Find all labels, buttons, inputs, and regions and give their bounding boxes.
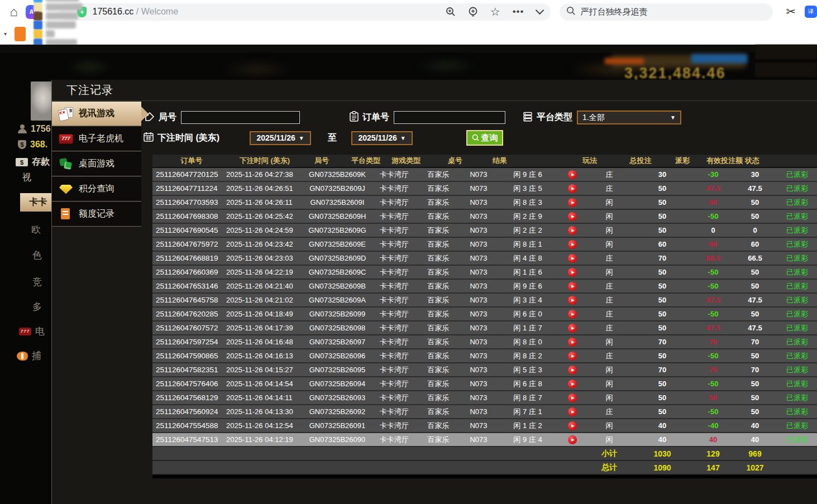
play-replay-button[interactable]: ▶ — [568, 380, 577, 388]
cell-table-no: N073 — [460, 170, 498, 179]
home-icon[interactable]: ⌂ — [7, 4, 21, 20]
table-row[interactable]: 251126047675972 2025-11-26 04:23:42 GN07… — [152, 238, 817, 252]
table-row[interactable]: 251126047560924 2025-11-26 04:13:30 GN07… — [152, 405, 817, 419]
play-replay-button[interactable]: ▶ — [568, 366, 577, 375]
nav-item[interactable]: 竞 — [32, 276, 42, 289]
query-button[interactable]: 查询 — [466, 130, 503, 146]
cell-platform: 卡卡湾厅 — [371, 212, 417, 222]
cell-round-id: GN07325B26096 — [303, 352, 371, 360]
order-id-input[interactable] — [394, 111, 505, 124]
cell-result: 闲 4 庄 8 — [498, 253, 558, 263]
cell-platform: 卡卡湾厅 — [371, 309, 417, 319]
nav-active-hall[interactable]: 卡卡 — [20, 193, 51, 212]
date-from-select[interactable]: 2025/11/26 ▼ — [250, 131, 311, 145]
table-row[interactable]: 251126047668819 2025-11-26 04:23:03 GN07… — [152, 252, 817, 266]
table-row[interactable]: 251126047582351 2025-11-26 04:15:27 GN07… — [152, 363, 817, 377]
nav-item[interactable]: 欧 — [31, 223, 41, 236]
menu-item[interactable]: 额度记录 — [52, 201, 141, 227]
play-replay-button[interactable]: ▶ — [568, 240, 577, 249]
date-to-select[interactable]: 2025/11/26 ▼ — [351, 131, 413, 145]
play-replay-button[interactable]: ▶ — [568, 352, 577, 361]
menu-item[interactable]: 视讯游戏 — [52, 101, 141, 126]
table-row[interactable]: 251126047711224 2025-11-26 04:26:51 GN07… — [152, 182, 817, 196]
table-row[interactable]: 251126047590865 2025-11-26 04:16:13 GN07… — [152, 349, 817, 363]
cell-status: 已派彩 — [777, 365, 817, 375]
nav-item-slots[interactable]: 777 电 — [19, 325, 45, 338]
cell-table-no: N073 — [460, 338, 498, 346]
table-row[interactable]: 251126047607572 2025-11-26 04:17:39 GN07… — [152, 321, 817, 335]
cell-platform: 卡卡湾厅 — [371, 225, 417, 236]
play-replay-button[interactable]: ▶ — [568, 226, 577, 235]
cell-order-id: 251126047668819 — [152, 254, 225, 262]
bookmark-favicon — [34, 3, 42, 12]
play-replay-button[interactable]: ▶ — [568, 282, 577, 291]
table-row[interactable]: 251126047720125 2025-11-26 04:27:38 GN07… — [152, 168, 817, 182]
menu-item[interactable]: 桌面游戏 — [52, 151, 141, 176]
translate-extension-icon[interactable]: 译 — [805, 6, 817, 18]
bookmark-star-icon[interactable]: ☆ — [490, 5, 500, 18]
table-row[interactable]: 251126047698308 2025-11-26 04:25:42 GN07… — [152, 210, 817, 224]
table-row[interactable]: 251126047597254 2025-11-26 04:16:48 GN07… — [152, 335, 817, 349]
table-row[interactable]: 251126047660369 2025-11-26 04:22:19 GN07… — [152, 266, 817, 280]
table-row[interactable]: 251126047690545 2025-11-26 04:24:59 GN07… — [152, 224, 817, 238]
play-replay-button[interactable]: ▶ — [568, 184, 577, 193]
play-replay-button[interactable]: ▶ — [568, 212, 577, 221]
table-row[interactable]: 251126047703593 2025-11-26 04:26:11 GN07… — [152, 196, 817, 210]
table-row[interactable]: 251126047568129 2025-11-26 04:14:11 GN07… — [152, 391, 817, 405]
bookmarks-caret-icon[interactable]: ▾ — [4, 31, 7, 37]
chevron-down-icon[interactable] — [535, 6, 544, 15]
subtotal-total-bet: 1030 — [632, 449, 693, 458]
cell-order-id: 251126047582351 — [152, 366, 225, 374]
cell-payout: -50 — [693, 380, 733, 388]
cell-game-type: 百家乐 — [417, 267, 460, 277]
table-row[interactable]: 251126047653146 2025-11-26 04:21:40 GN07… — [152, 280, 817, 294]
play-replay-button[interactable]: ▶ — [568, 338, 577, 347]
bookmark-favicon[interactable] — [15, 27, 26, 41]
play-replay-button[interactable]: ▶ — [568, 268, 577, 277]
cell-valid-bet: 47.5 — [733, 296, 777, 304]
deposit-row[interactable]: $ 存款 — [16, 156, 50, 168]
nav-item[interactable]: 多 — [32, 300, 42, 313]
play-replay-button[interactable]: ▶ — [568, 310, 577, 319]
table-row[interactable]: 251126047576406 2025-11-26 04:14:54 GN07… — [152, 377, 817, 391]
table-row[interactable]: 251126047645758 2025-11-26 04:21:02 GN07… — [152, 294, 817, 308]
zoom-in-icon[interactable] — [446, 7, 456, 17]
scissors-icon[interactable]: ✂ — [786, 5, 796, 18]
play-replay-button[interactable]: ▶ — [568, 170, 577, 179]
play-replay-button[interactable]: ▶ — [568, 198, 577, 207]
nav-video-games[interactable]: 视 — [22, 172, 31, 184]
cell-result: 闲 8 庄 2 — [498, 351, 558, 361]
bookmark-item[interactable] — [34, 30, 83, 39]
play-replay-button[interactable]: ▶ — [568, 324, 577, 333]
play-replay-button[interactable]: ▶ — [568, 393, 577, 402]
page-tools-icon[interactable] — [468, 7, 478, 17]
play-replay-button[interactable]: ▶ — [568, 421, 577, 430]
search-box[interactable]: 严打台独终身追责 — [560, 3, 773, 21]
play-replay-button[interactable]: ▶ — [568, 296, 577, 305]
platform-select[interactable]: 1.全部 ▼ — [577, 111, 681, 124]
address-bar[interactable]: + 175616.cc / Welcome ☆ ••• — [59, 3, 550, 21]
bookmark-item[interactable] — [34, 12, 83, 21]
url-text: 175616.cc / Welcome — [92, 7, 178, 17]
cell-game-type: 百家乐 — [417, 379, 460, 389]
bookmark-label-blurred — [46, 30, 55, 37]
round-id-input[interactable] — [181, 111, 300, 124]
bookmark-item[interactable] — [34, 21, 83, 30]
menu-item[interactable]: 积分查询 — [52, 176, 141, 201]
play-replay-button[interactable]: ▶ — [568, 254, 577, 263]
play-replay-button[interactable]: ▶ — [568, 435, 577, 444]
nav-item-fishing[interactable]: 捕 — [17, 349, 41, 362]
more-options-icon[interactable]: ••• — [513, 6, 524, 17]
table-row[interactable]: 251126047554588 2025-11-26 04:12:54 GN07… — [152, 419, 817, 433]
nav-item[interactable]: 色 — [32, 249, 42, 262]
bookmark-item[interactable] — [34, 3, 83, 12]
user-avatar[interactable] — [31, 81, 53, 121]
cell-valid-bet: 50 — [733, 198, 777, 207]
cell-result: 闲 5 庄 3 — [498, 365, 558, 375]
table-row[interactable]: 251126047620285 2025-11-26 04:18:49 GN07… — [152, 308, 817, 321]
table-row[interactable]: 251126047547513 2025-11-26 04:12:19 GN07… — [152, 433, 817, 447]
cell-order-id: 251126047711224 — [152, 184, 225, 193]
play-replay-button[interactable]: ▶ — [568, 407, 577, 416]
menu-item[interactable]: 电子老虎机 — [52, 126, 141, 151]
cell-order-id: 251126047590865 — [152, 352, 225, 360]
